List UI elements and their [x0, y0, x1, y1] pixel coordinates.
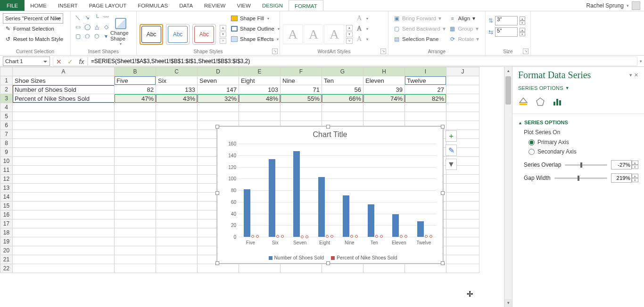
resize-handle[interactable] — [441, 261, 445, 265]
cancel-icon[interactable]: ✕ — [53, 57, 65, 66]
cell[interactable] — [115, 193, 156, 202]
cell[interactable] — [115, 130, 156, 139]
cell[interactable] — [446, 202, 479, 210]
cell[interactable] — [363, 112, 405, 121]
cell[interactable]: 82% — [405, 94, 446, 103]
shape-line-icon[interactable]: ＼ — [74, 13, 82, 22]
cell[interactable] — [156, 264, 198, 273]
row-header[interactable]: 21 — [0, 255, 13, 264]
cell[interactable] — [115, 166, 156, 175]
row-header[interactable]: 12 — [0, 175, 13, 184]
row-header[interactable]: 4 — [0, 103, 13, 112]
cell[interactable]: 71 — [281, 85, 322, 94]
cell[interactable] — [322, 112, 363, 121]
cell[interactable] — [115, 210, 156, 219]
scroll-up-icon[interactable]: ▴ — [504, 67, 512, 75]
series-marker[interactable] — [405, 235, 407, 238]
col-F[interactable]: F — [281, 67, 322, 76]
series-overlap-input[interactable] — [611, 160, 632, 170]
height-spinner[interactable]: ▴▾ — [520, 16, 525, 25]
bar[interactable] — [343, 195, 349, 237]
resize-handle[interactable] — [215, 261, 219, 265]
bar[interactable] — [244, 189, 250, 237]
shape-roundrect-icon[interactable]: ▢ — [74, 32, 82, 40]
row-header[interactable]: 15 — [0, 202, 13, 210]
shape-triangle-icon[interactable]: △ — [92, 23, 101, 31]
cell[interactable] — [446, 76, 479, 85]
cell[interactable] — [446, 175, 479, 184]
primary-axis-radio[interactable]: Primary Axis — [528, 139, 638, 145]
resize-handle[interactable] — [441, 125, 445, 129]
bar[interactable] — [293, 151, 300, 237]
scroll-thumb[interactable] — [505, 76, 511, 105]
cell[interactable]: 74% — [363, 94, 405, 103]
cell[interactable] — [115, 237, 156, 246]
group-button[interactable]: ▦Group▾ — [447, 24, 481, 34]
gap-width-slider[interactable] — [554, 178, 607, 179]
cell[interactable] — [156, 202, 198, 210]
cell[interactable]: 103 — [239, 85, 281, 94]
dialog-launcher-icon[interactable]: ↘ — [380, 48, 386, 54]
name-box[interactable]: Chart 1 — [3, 57, 50, 66]
cell[interactable]: 66% — [322, 94, 363, 103]
cell[interactable] — [363, 264, 405, 273]
cell[interactable] — [115, 103, 156, 112]
series-marker[interactable] — [380, 235, 383, 238]
cell[interactable] — [13, 219, 115, 228]
cell[interactable] — [115, 121, 156, 130]
cell[interactable] — [405, 264, 446, 273]
cell[interactable] — [13, 103, 115, 112]
send-backward-button[interactable]: ▢Send Backward▾ — [391, 24, 447, 34]
reset-match-style-button[interactable]: ↺ Reset to Match Style — [3, 34, 67, 44]
cell[interactable] — [156, 157, 198, 166]
account-user[interactable]: Rachel Sprung ▾ — [586, 0, 644, 11]
tab-file[interactable]: FILE — [0, 0, 25, 11]
col-E[interactable]: E — [239, 67, 281, 76]
shape-elbow-icon[interactable]: └ — [92, 13, 101, 22]
chart-styles-button[interactable]: ✎ — [446, 145, 457, 156]
cell[interactable] — [405, 112, 446, 121]
cell[interactable] — [198, 112, 239, 121]
chart-legend[interactable]: Number of Shoes Sold Percent of Nike Sho… — [217, 255, 443, 260]
cell[interactable] — [363, 103, 405, 112]
shape-style-3[interactable]: Abc — [192, 24, 216, 45]
pane-options-icon[interactable]: ▾ — [629, 72, 632, 78]
row-header[interactable]: 11 — [0, 166, 13, 175]
cell[interactable] — [13, 139, 115, 148]
series-marker[interactable] — [305, 235, 308, 238]
close-icon[interactable]: ✕ — [634, 72, 638, 78]
cell[interactable] — [13, 237, 115, 246]
shape-oval-icon[interactable]: ◯ — [83, 23, 91, 31]
width-spinner[interactable]: ▴▾ — [520, 28, 525, 36]
cell[interactable]: Six — [156, 76, 198, 85]
chart-elements-button[interactable]: ＋ — [446, 130, 457, 142]
shape-more-icon[interactable]: ▾ — [102, 32, 110, 40]
cell[interactable] — [156, 184, 198, 193]
dialog-launcher-icon[interactable]: ↘ — [523, 48, 528, 54]
cell[interactable]: 47% — [115, 94, 156, 103]
dialog-launcher-icon[interactable]: ↘ — [272, 48, 278, 54]
resize-handle[interactable] — [441, 191, 445, 195]
formula-input[interactable] — [88, 57, 637, 66]
cell[interactable] — [405, 103, 446, 112]
cell[interactable] — [13, 255, 115, 264]
col-H[interactable]: H — [363, 67, 405, 76]
col-B[interactable]: B — [115, 67, 156, 76]
shape-width-input[interactable]: 5" — [495, 27, 518, 37]
tab-design[interactable]: DESIGN — [256, 0, 289, 11]
cell[interactable] — [281, 112, 322, 121]
cell[interactable] — [446, 103, 479, 112]
text-effects-button[interactable]: A▾ — [354, 34, 370, 44]
cell[interactable] — [156, 255, 198, 264]
col-A[interactable]: A — [13, 67, 115, 76]
series-marker[interactable] — [375, 235, 378, 238]
cell[interactable] — [239, 103, 281, 112]
format-selection-button[interactable]: ✎ Format Selection — [3, 24, 67, 34]
cell[interactable] — [13, 130, 115, 139]
row-header[interactable]: 16 — [0, 210, 13, 219]
shape-style-1[interactable]: Abc — [140, 24, 163, 45]
tab-format[interactable]: FORMAT — [289, 0, 323, 11]
fx-icon[interactable]: fx — [76, 57, 87, 66]
series-marker[interactable] — [330, 235, 333, 238]
wordart-more[interactable]: ▴▾▿ — [346, 25, 353, 44]
